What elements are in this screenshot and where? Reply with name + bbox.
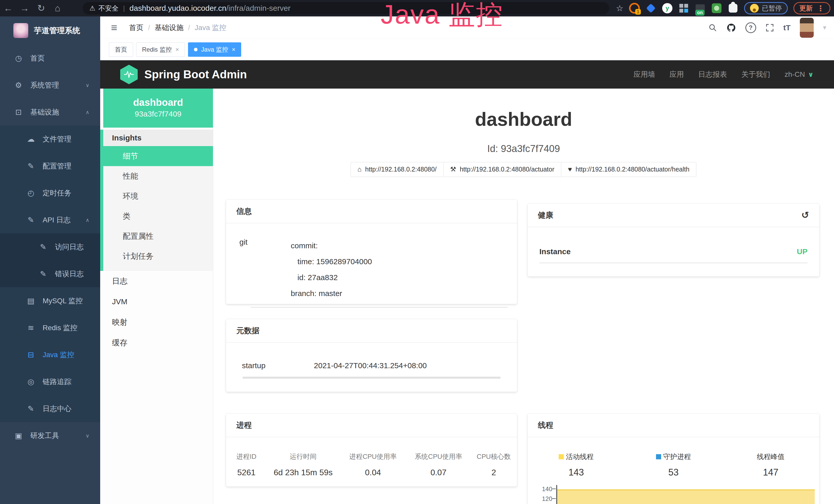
actuator-url-button[interactable]: ⚒ http://192.168.0.2:48080/actuator [443,162,562,177]
info-card: 信息 git commit: time: 1596289704000 id: 2… [226,200,517,304]
tab-home[interactable]: 首页 [109,42,133,57]
sba-menu-details[interactable]: 细节 [103,146,213,166]
sidebar-item-mysql-monitor[interactable]: ▤ MySQL 监控 [0,287,100,314]
toolbox-icon: ▣ [13,431,24,440]
sidebar-toggle-icon[interactable]: ≡ [111,22,117,34]
col-process-cpu: 进程CPU使用率 [339,452,407,461]
locale-label: zh-CN [785,70,805,78]
browser-reload-icon[interactable]: ↻ [33,3,49,14]
brand: 芋道管理系统 [0,17,100,45]
row-divider [251,307,508,307]
avatar-dropdown-icon[interactable]: ▾ [823,24,826,31]
sidebar-item-dev-tools[interactable]: ▣ 研发工具 ∨ [0,422,100,449]
sidebar-item-label: 系统管理 [30,81,59,90]
extension-refresh-icon[interactable]: 1 [629,3,640,14]
extension-puzzle-icon[interactable] [728,3,739,14]
sidebar-item-config-management[interactable]: ✎ 配置管理 [0,153,100,180]
history-icon[interactable]: ↺ [802,210,809,221]
extension-y-icon[interactable]: y [662,3,673,14]
col-uptime: 运行时间 [267,452,339,461]
threads-legend: 活动线程 143 守护进程 53 线程峰值 147 [528,452,819,478]
sidebar-item-tracing[interactable]: ◎ 链路追踪 [0,368,100,395]
extension-pin-icon[interactable] [645,3,656,14]
instance-header[interactable]: dashboard 93a3fc7f7409 [103,89,213,128]
sba-menu-metrics[interactable]: 性能 [103,166,213,186]
metadata-card: 元数据 startup 2021-04-27T00:44:31.254+08:0… [226,319,517,392]
legend-label: 活动线程 [566,452,594,461]
sidebar-item-access-log[interactable]: ✎ 访问日志 [0,233,100,260]
help-icon[interactable]: ? [745,22,756,33]
log-icon: ✎ [26,215,36,224]
tab-java-monitor[interactable]: Java 监控 × [188,42,241,57]
legend-peak-threads: 线程峰值 147 [722,452,819,478]
pid-value: 5261 [226,468,267,477]
sidebar-item-api-log[interactable]: ✎ API 日志 ∧ [0,206,100,233]
active-dot-icon [194,48,198,51]
sidebar-item-redis-monitor[interactable]: ≋ Redis 监控 [0,314,100,341]
instance-url-buttons: ⌂ http://192.168.0.2:48080/ ⚒ http://192… [213,162,834,177]
sidebar-item-log-center[interactable]: ✎ 日志中心 [0,395,100,422]
service-url-button[interactable]: ⌂ http://192.168.0.2:48080/ [351,162,444,177]
breadcrumb-home[interactable]: 首页 [129,23,144,32]
sba-menu-scheduled-tasks[interactable]: 计划任务 [103,246,213,266]
tab-redis-monitor[interactable]: Redis 监控 × [136,42,185,57]
update-label: 更新 [799,4,813,13]
sba-menu-environment[interactable]: 环境 [103,186,213,206]
sidebar-item-file-management[interactable]: ☁ 文件管理 [0,125,100,153]
browser-update-button[interactable]: 更新 ⋮ [793,2,830,15]
paused-extension-button[interactable]: 已暂停 [744,2,788,15]
extension-leaf-icon[interactable] [711,3,722,14]
sba-menu-caches[interactable]: 缓存 [100,333,213,353]
col-cpu-cores: CPU核心数 [470,452,517,461]
sidebar-item-label: 基础设施 [30,107,59,117]
sba-nav-about[interactable]: 关于我们 [742,70,770,79]
sidebar-item-error-log[interactable]: ✎ 错误日志 [0,260,100,287]
sidebar-item-infra[interactable]: ⊡ 基础设施 ∧ [0,98,100,125]
sidebar-item-java-monitor[interactable]: ⊟ Java 监控 [0,341,100,368]
fullscreen-icon[interactable] [765,23,774,32]
address-bar[interactable]: ⚠ 不安全 | dashboard.yudao.iocoder.cn /infr… [83,2,609,15]
process-cpu-value: 0.04 [339,468,407,477]
browser-forward-icon[interactable]: → [17,3,33,14]
health-url: http://192.168.0.2:48080/actuator/health [576,166,689,173]
search-icon[interactable] [708,23,717,32]
extension-on-icon[interactable]: on [695,3,706,14]
close-icon[interactable]: × [175,46,179,53]
close-icon[interactable]: × [232,46,235,53]
header-actions: ? tT ▾ [708,18,826,38]
chevron-up-icon: ∧ [86,109,89,115]
instance-app-name: dashboard [103,96,213,109]
sidebar-item-system[interactable]: ⚙ 系统管理 ∨ [0,72,100,98]
status-badge: UP [797,247,808,256]
browser-home-icon[interactable]: ⌂ [49,3,66,14]
security-label[interactable]: 不安全 [98,4,118,13]
sba-locale-select[interactable]: zh-CN ∨ [785,70,813,78]
sba-nav-journal[interactable]: 日志报表 [698,70,727,79]
health-url-button[interactable]: ♥ http://192.168.0.2:48080/actuator/heal… [561,162,696,177]
extension-grid-icon[interactable] [678,3,689,14]
process-table-values: 5261 6d 23h 15m 59s 0.04 0.07 2 [226,468,517,477]
sba-menu-jvm[interactable]: JVM [100,292,213,312]
startup-label: startup [242,361,314,370]
legend-live-threads: 活动线程 143 [528,452,625,478]
sba-menu-logs[interactable]: 日志 [100,271,213,292]
git-label: git [239,238,291,301]
sba-menu-classes[interactable]: 类 [103,206,213,226]
health-instance-row[interactable]: Instance UP [540,227,808,263]
sba-nav-applications[interactable]: 应用 [670,70,684,79]
horizontal-scrollbar[interactable] [242,377,501,379]
sidebar-item-home[interactable]: ◷ 首页 [0,45,100,72]
sidebar-item-scheduled-tasks[interactable]: ◴ 定时任务 [0,180,100,206]
card-title-text: 进程 [236,420,252,431]
git-commit-time: time: 1596289704000 [291,254,372,270]
user-avatar[interactable] [800,18,814,38]
breadcrumb-infra[interactable]: 基础设施 [155,23,183,32]
github-icon[interactable] [726,23,736,32]
browser-back-icon[interactable]: ← [0,3,17,14]
sba-menu-config-props[interactable]: 配置属性 [103,226,213,246]
sba-nav-wallboard[interactable]: 应用墙 [634,70,655,79]
sba-menu-mappings[interactable]: 映射 [100,312,213,333]
bookmark-star-icon[interactable]: ☆ [616,3,623,13]
browser-menu-icon[interactable]: ⋮ [817,4,825,13]
font-size-icon[interactable]: tT [784,23,791,32]
